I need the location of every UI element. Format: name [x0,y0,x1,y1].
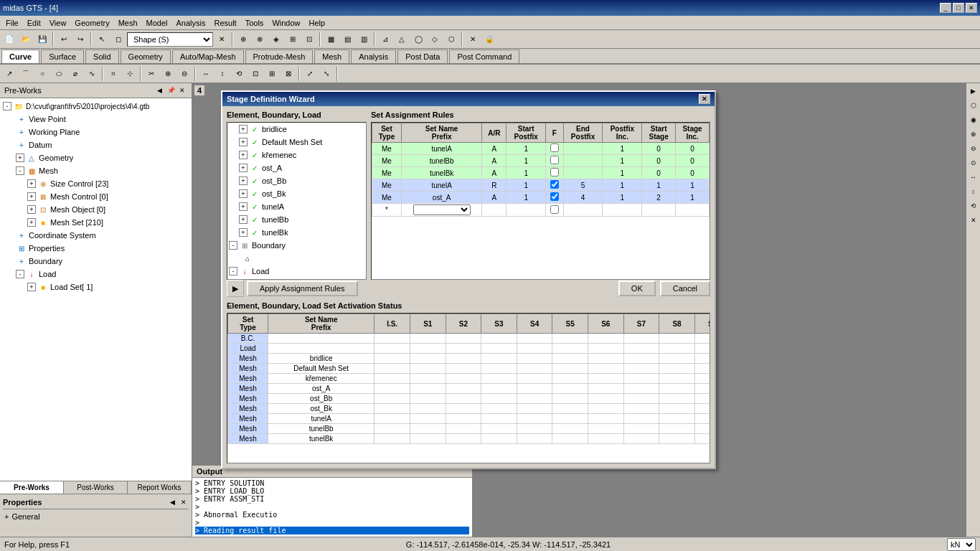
right-btn-2[interactable]: ⬡ [967,99,980,112]
tab-preworks[interactable]: Pre-Works [0,481,64,494]
right-btn-10[interactable]: ✕ [967,214,980,227]
menu-view[interactable]: View [45,17,71,29]
expand-loadset[interactable]: + [27,283,36,291]
draw-btn1[interactable]: ✕ [214,32,230,47]
exp-load[interactable]: - [229,267,237,276]
tool6[interactable]: ▦ [323,32,339,47]
right-btn-4[interactable]: ⊕ [967,128,980,141]
ebl-tunelbb[interactable]: + ✓ tunelBb [227,213,366,226]
tab-geometry[interactable]: Geometry [121,50,171,63]
curve-tool9[interactable]: ✂ [143,66,159,82]
prop-collapse-btn[interactable]: ◀ [167,497,177,507]
ebl-kremenec[interactable]: + ✓ křemenec [227,149,366,161]
pw-collapse-btn[interactable]: ◀ [154,85,164,95]
f-checkbox-1[interactable] [550,156,559,164]
tree-load[interactable]: - ↓ Load [1,268,190,281]
curve-tool14[interactable]: ⟲ [231,66,247,82]
close-button[interactable]: ✕ [966,3,977,13]
save-button[interactable]: 💾 [34,32,50,47]
f-checkbox-2[interactable] [550,168,559,176]
expand-geometry[interactable]: + [16,154,24,162]
curve-tool18[interactable]: ⤢ [302,66,318,82]
tool11[interactable]: ◯ [410,32,426,47]
ebl-ost-bk[interactable]: + ✓ ost_Bk [227,187,366,200]
curve-tool8[interactable]: ⊹ [122,66,138,82]
right-btn-8[interactable]: ↕ [967,185,980,198]
tree-loadset[interactable]: + ■ Load Set[ 1] [1,281,190,293]
tab-postworks[interactable]: Post-Works [64,481,128,494]
tab-mesh[interactable]: Mesh [314,50,349,63]
expand-mesh[interactable]: - [16,166,24,175]
menu-window[interactable]: Window [268,17,304,29]
tool2[interactable]: ⊗ [252,32,268,47]
assignment-row-4[interactable]: Meost_AA14121 [372,192,710,204]
menu-model[interactable]: Model [142,17,172,29]
exp-ost-a[interactable]: + [239,164,248,172]
assignment-row-5[interactable]: * [372,204,710,217]
new-button[interactable]: 📄 [1,32,17,47]
menu-file[interactable]: File [1,17,23,29]
activation-table-wrapper[interactable]: SetType Set NamePrefix I.S. S1 S2 S3 S4 … [227,313,710,463]
curve-tool13[interactable]: ↕ [215,66,230,82]
tab-curve[interactable]: Curve [1,50,39,63]
prop-close-btn[interactable]: ✕ [179,497,189,507]
expand-meshobject[interactable]: + [27,205,36,214]
tool8[interactable]: ▥ [356,32,372,47]
cancel-button[interactable]: Cancel [660,281,710,296]
tool4[interactable]: ⊞ [285,32,301,47]
tree-sizecontrol[interactable]: + ⊕ Size Control [23] [1,177,190,190]
exp-ost-bk[interactable]: + [239,189,248,198]
undo-button[interactable]: ↩ [56,32,72,47]
ebl-ost-bb[interactable]: + ✓ ost_Bb [227,174,366,187]
tree-item-file[interactable]: - 📁 D:\cvut\grant\frv5\2010\projects\4\4… [1,100,190,113]
curve-tool2[interactable]: ⌒ [18,66,34,82]
curve-tool6[interactable]: ∿ [84,66,100,82]
tool1[interactable]: ⊕ [235,32,251,47]
set-name-dropdown-new[interactable] [413,204,471,215]
ebl-boundary[interactable]: - ⊞ Boundary [227,239,366,252]
pw-close-btn[interactable]: ✕ [177,85,187,95]
curve-tool11[interactable]: ⊖ [176,66,192,82]
tool7[interactable]: ▤ [339,32,355,47]
tab-post-command[interactable]: Post Command [449,50,519,63]
curve-tool19[interactable]: ⤡ [319,66,334,82]
expand-sizecontrol[interactable]: + [27,179,36,188]
curve-tool3[interactable]: ○ [34,66,50,82]
apply-icon-button[interactable]: ▶ [227,280,244,297]
tab-protrude-mesh[interactable]: Protrude-Mesh [245,50,314,63]
right-btn-3[interactable]: ◉ [967,113,980,126]
exp-tunelbb[interactable]: + [239,215,248,224]
ebl-load[interactable]: - ↓ Load [227,265,366,278]
assignment-row-2[interactable]: MetunelBkA1100 [372,167,710,179]
tree-boundary[interactable]: + Boundary [1,255,190,268]
right-btn-9[interactable]: ⟲ [967,199,980,212]
menu-edit[interactable]: Edit [23,17,45,29]
menu-result[interactable]: Result [210,17,241,29]
right-btn-6[interactable]: ⊙ [967,156,980,169]
ebl-default-mesh[interactable]: + ✓ Default Mesh Set [227,136,366,149]
tree-mesh[interactable]: - ▦ Mesh [1,164,190,177]
assignment-row-3[interactable]: MetunelAR15111 [372,179,710,192]
expand-meshcontrol[interactable]: + [27,192,36,201]
ebl-tree[interactable]: + ✓ bridlice + ✓ Default Mesh Set + [227,122,367,280]
curve-tool5[interactable]: ⌀ [67,66,83,82]
curve-tool4[interactable]: ⬭ [51,66,67,82]
unit-selector[interactable]: kN [947,538,976,551]
exp-bridlice[interactable]: + [239,125,248,133]
exp-ost-bb[interactable]: + [239,176,248,185]
lock-btn[interactable]: 🔒 [481,32,497,47]
tree-meshset[interactable]: + ■ Mesh Set [210] [1,216,190,229]
exp-default-mesh[interactable]: + [239,138,248,146]
menu-geometry[interactable]: Geometry [70,17,113,29]
exp-boundary[interactable]: - [229,241,237,250]
menu-tools[interactable]: Tools [241,17,268,29]
curve-tool7[interactable]: ⌗ [105,66,121,82]
tree-workplane[interactable]: + Working Plane [1,126,190,138]
ebl-boundary-child[interactable]: ⌂ [227,252,366,265]
tab-post-data[interactable]: Post Data [397,50,448,63]
ok-button[interactable]: OK [618,281,656,296]
right-btn-5[interactable]: ⊖ [967,142,980,155]
right-btn-1[interactable]: ▶ [967,85,980,98]
redo-button[interactable]: ↪ [72,32,88,47]
tab-solid[interactable]: Solid [85,50,118,63]
